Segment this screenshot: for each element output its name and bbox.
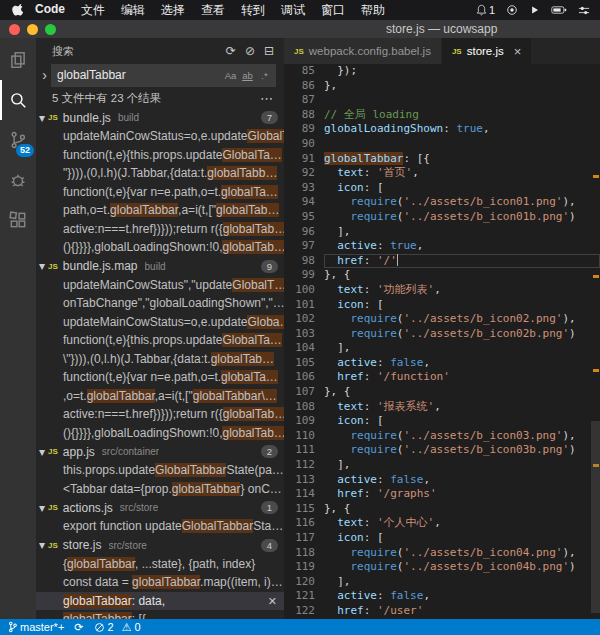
search-match-row[interactable]: {globalTabbar, ...state}, {path, index}: [36, 555, 284, 574]
code-line[interactable]: href: '/': [324, 254, 600, 269]
code-line[interactable]: globalLoadingShown: true,: [324, 122, 600, 137]
play-icon[interactable]: [529, 4, 540, 16]
code-line[interactable]: icon: [: [324, 414, 600, 429]
line-number-gutter[interactable]: 8586878889909192939495969798991001011021…: [284, 64, 324, 619]
code-line[interactable]: ],: [324, 458, 600, 473]
search-file-row[interactable]: ▾JSapp.jssrc/container2: [36, 442, 284, 461]
menubar-item[interactable]: 调试: [273, 2, 313, 19]
search-file-row[interactable]: ▾JSbundle.js.mapbuild9: [36, 257, 284, 276]
code-line[interactable]: text: '个人中心',: [324, 516, 600, 531]
search-match-row[interactable]: globalTabbar: [{: [36, 610, 284, 619]
close-window-button[interactable]: [9, 24, 20, 35]
control-center-icon[interactable]: [578, 5, 590, 16]
code-line[interactable]: href: '/function': [324, 370, 600, 385]
search-match-row[interactable]: function(t,e){this.props.updateGlobalTa…: [36, 146, 284, 165]
menubar-item[interactable]: Code: [27, 2, 73, 19]
search-match-row[interactable]: path,o=t.globalTabbar,a=i(t,["globalTab…: [36, 201, 284, 220]
problems-item[interactable]: 2 ⚠ 0: [94, 621, 141, 634]
code-line[interactable]: href: '/user': [324, 604, 600, 619]
match-case-icon[interactable]: Aa: [222, 67, 239, 84]
search-match-row[interactable]: function(t,e){var n=e.path,o=t.globalTa…: [36, 368, 284, 387]
maximize-window-button[interactable]: [45, 24, 56, 35]
code-line[interactable]: icon: [: [324, 181, 600, 196]
menubar-item[interactable]: 窗口: [313, 2, 353, 19]
search-match-row[interactable]: updateMainCowStatus","updateGlobalT…: [36, 276, 284, 295]
search-file-row[interactable]: ▾JSactions.jssrc/store1: [36, 498, 284, 517]
editor-surface[interactable]: 8586878889909192939495969798991001011021…: [284, 64, 600, 619]
code-line[interactable]: // 全局 loading: [324, 108, 600, 123]
search-match-row[interactable]: "}))),(0,l.h)(J.Tabbar,{data:t.globalTab…: [36, 164, 284, 183]
menubar-item[interactable]: 帮助: [353, 2, 393, 19]
code-line[interactable]: ],: [324, 341, 600, 356]
search-match-row[interactable]: active:n===t.href})}));return r({globalT…: [36, 220, 284, 239]
record-icon[interactable]: [506, 4, 518, 16]
code-line[interactable]: icon: [: [324, 531, 600, 546]
notification-bell-icon[interactable]: 1: [476, 4, 495, 16]
git-branch-item[interactable]: master*+: [8, 621, 64, 633]
code-line[interactable]: require('../assets/b_icon02b.png'): [324, 327, 600, 342]
search-match-row[interactable]: function(t,e){var n=e.path,o=t.globalTa…: [36, 183, 284, 202]
code-line[interactable]: require('../assets/b_icon01b.png'): [324, 210, 600, 225]
toggle-replace-icon[interactable]: ›: [38, 68, 51, 82]
clear-results-icon[interactable]: ⊘: [245, 44, 255, 58]
menubar-item[interactable]: 选择: [153, 2, 193, 19]
menubar-item[interactable]: 转到: [233, 2, 273, 19]
code-line[interactable]: },: [324, 79, 600, 94]
code-line[interactable]: require('../assets/b_icon04.png'),: [324, 546, 600, 561]
refresh-icon[interactable]: ⟳: [226, 44, 236, 58]
search-match-row[interactable]: \"}))),(0,l.h)(J.Tabbar,{data:t.globalTa…: [36, 350, 284, 369]
apple-menu-icon[interactable]: [12, 4, 23, 17]
search-match-row[interactable]: onTabChange","globalLoadingShown","…: [36, 294, 284, 313]
editor-tab[interactable]: JSstore.js×: [442, 38, 532, 64]
explorer-icon[interactable]: [0, 40, 36, 80]
toggle-details-icon[interactable]: ⋯: [260, 91, 274, 106]
minimize-window-button[interactable]: [27, 24, 38, 35]
code-line[interactable]: ],: [324, 225, 600, 240]
search-match-row[interactable]: export function updateGlobalTabbarSta…: [36, 517, 284, 536]
menubar-item[interactable]: 查看: [193, 2, 233, 19]
code-line[interactable]: text: '报表系统',: [324, 400, 600, 415]
search-box[interactable]: Aa ab .*: [51, 64, 276, 87]
search-match-row[interactable]: active:n===t.href})}));return r({globalT…: [36, 405, 284, 424]
code-line[interactable]: require('../assets/b_icon02.png'),: [324, 312, 600, 327]
code-line[interactable]: icon: [: [324, 298, 600, 313]
editor-scrollbar[interactable]: [591, 421, 600, 613]
code-line[interactable]: active: false,: [324, 589, 600, 604]
search-file-row[interactable]: ▾JSstore.jssrc/store4: [36, 536, 284, 555]
code-line[interactable]: active: false,: [324, 356, 600, 371]
search-match-row[interactable]: <Tabbar data={prop.globalTabbar} onC…: [36, 480, 284, 499]
sync-icon[interactable]: ⟳: [74, 621, 83, 634]
code-area[interactable]: });},// 全局 loadingglobalLoadingShown: tr…: [324, 64, 600, 619]
code-line[interactable]: require('../assets/b_icon04b.png'): [324, 560, 600, 575]
menubar-item[interactable]: 编辑: [113, 2, 153, 19]
code-line[interactable]: href: '/graphs': [324, 487, 600, 502]
menubar-item[interactable]: 文件: [73, 2, 113, 19]
search-match-row[interactable]: const data = globalTabbar.map((item, i)…: [36, 573, 284, 592]
code-line[interactable]: require('../assets/b_icon03.png'),: [324, 429, 600, 444]
code-line[interactable]: }, {: [324, 268, 600, 283]
collapse-all-icon[interactable]: ⊟: [264, 44, 274, 58]
code-line[interactable]: text: '功能列表',: [324, 283, 600, 298]
code-line[interactable]: active: false,: [324, 473, 600, 488]
search-match-row[interactable]: ,o=t.globalTabbar,a=i(t,["globalTabbar\…: [36, 387, 284, 406]
search-icon[interactable]: [0, 80, 36, 120]
code-line[interactable]: }, {: [324, 385, 600, 400]
debug-icon[interactable]: [0, 160, 36, 200]
window-title-bar[interactable]: store.js — ucowsapp: [0, 20, 600, 38]
search-match-row[interactable]: updateMainCowStatus=o,e.updateGlobalTa…: [36, 127, 284, 146]
search-match-row[interactable]: (){}}}},globalLoadingShown:!0,globalTab…: [36, 238, 284, 257]
search-input[interactable]: [57, 68, 222, 82]
extensions-icon[interactable]: [0, 200, 36, 240]
regex-icon[interactable]: .*: [256, 67, 273, 84]
code-line[interactable]: [324, 137, 600, 152]
search-match-row[interactable]: this.props.updateGlobalTabbarState(pa…: [36, 461, 284, 480]
search-match-row[interactable]: (){}}}},globalLoadingShown:!0,globalTab…: [36, 424, 284, 443]
search-match-row[interactable]: function(t,e){this.props.updateGlobalTa…: [36, 331, 284, 350]
code-line[interactable]: text: '首页',: [324, 166, 600, 181]
code-line[interactable]: globalTabbar: [{: [324, 152, 600, 167]
close-tab-icon[interactable]: ×: [514, 44, 522, 59]
dismiss-match-icon[interactable]: ✕: [268, 592, 277, 611]
code-line[interactable]: ],: [324, 575, 600, 590]
battery-icon[interactable]: [551, 5, 567, 15]
editor-tab[interactable]: JSwebpack.config.babel.js: [284, 38, 442, 64]
